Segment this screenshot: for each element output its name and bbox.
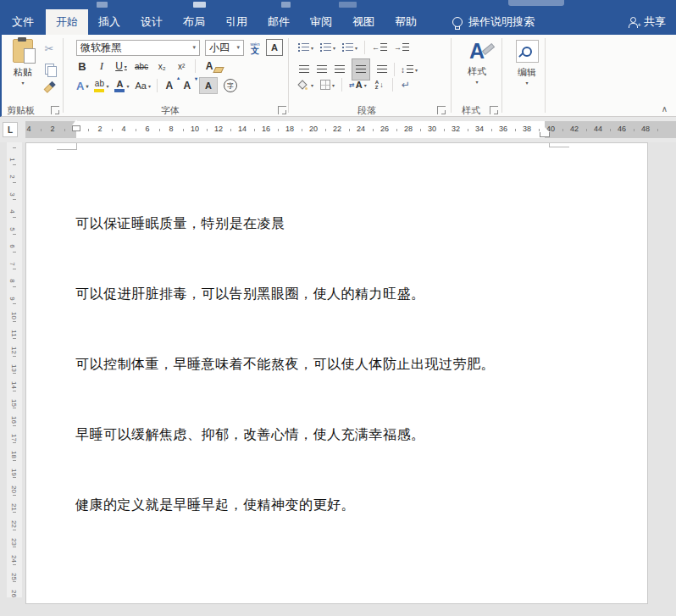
ruler-tick — [13, 338, 16, 339]
shrink-font-button[interactable]: A — [181, 78, 193, 93]
paste-button[interactable]: 粘贴 — [7, 39, 39, 86]
ruler-tick — [586, 129, 587, 131]
hanging-indent-marker[interactable] — [71, 119, 81, 125]
strikethrough-button[interactable]: abc — [135, 58, 148, 74]
italic-button[interactable]: I — [96, 58, 108, 74]
tab-layout[interactable]: 布局 — [173, 9, 215, 35]
character-border-button[interactable]: A — [266, 39, 283, 56]
ruler-tick — [515, 129, 516, 131]
editing-button[interactable]: 编辑 — [510, 40, 544, 86]
small-separator — [394, 63, 395, 76]
font-size-value: 小四 — [209, 41, 230, 55]
ruler-number: 23 — [10, 538, 18, 546]
ruler-tick — [657, 129, 658, 131]
paragraph-line[interactable]: 可以保证睡眠质量，特别是在凌晨 — [75, 215, 285, 233]
font-color-button[interactable]: A — [114, 78, 129, 93]
quick-access-icon[interactable] — [193, 2, 206, 8]
font-name-combo[interactable]: 微软雅黑 — [76, 40, 200, 56]
h-ruler-band[interactable]: 4224681012141618202224262830323436384042… — [25, 121, 676, 138]
clipboard-dialog-launcher[interactable] — [51, 106, 59, 114]
ruler-number: 5 — [8, 227, 16, 230]
paragraph-line[interactable]: 可以促进肝脏排毒，可以告别黑眼圈，使人的精力旺盛。 — [75, 286, 425, 303]
distribute-button[interactable] — [376, 62, 388, 77]
document-page[interactable]: 可以保证睡眠质量，特别是在凌晨 可以促进肝脏排毒，可以告别黑眼圈，使人的精力旺盛… — [25, 142, 648, 604]
copy-button copy-icon[interactable] — [45, 64, 54, 75]
ruler-number: 30 — [426, 125, 438, 133]
tab-insert[interactable]: 插入 — [88, 9, 130, 35]
paragraph-line[interactable]: 早睡可以缓解焦虑、抑郁，改善心情，使人充满幸福感。 — [75, 426, 425, 444]
align-right-button[interactable] — [334, 62, 346, 77]
tab-design[interactable]: 设计 — [130, 9, 173, 35]
show-formatting-marks-button[interactable] — [400, 77, 412, 92]
subscript-button[interactable]: x₂ — [156, 58, 168, 74]
asian-layout-button[interactable]: A — [349, 77, 367, 92]
tab-view[interactable]: 视图 — [342, 9, 385, 35]
chevron-down-icon — [525, 79, 528, 86]
paste-label: 粘贴 — [14, 66, 32, 79]
phonetic-guide-button[interactable]: wén 文 — [249, 40, 261, 55]
phonetic-char-label: 文 — [251, 47, 259, 53]
decrease-indent-button[interactable] — [372, 40, 387, 55]
styles-dialog-launcher[interactable] — [490, 106, 498, 114]
paragraph-row-1 — [298, 40, 409, 55]
ruler-number: 12 — [213, 125, 224, 133]
numbered-list-button[interactable] — [320, 40, 335, 55]
tab-home[interactable]: 开始 — [46, 9, 88, 35]
tab-stop-selector[interactable]: L — [3, 122, 18, 137]
lightbulb-icon — [452, 17, 463, 27]
tell-me-search[interactable]: 操作说明搜索 — [442, 9, 545, 35]
ruler-tick — [13, 425, 16, 426]
tab-help[interactable]: 帮助 — [385, 9, 427, 35]
ruler-tick — [254, 129, 255, 131]
paragraph-line[interactable]: 可以控制体重，早睡意味着不能熬夜，可以使人体防止出现过劳肥。 — [75, 356, 495, 374]
multilevel-list-button[interactable] — [342, 40, 357, 55]
tab-references[interactable]: 引用 — [215, 9, 258, 35]
ruler-tick — [13, 321, 16, 322]
line-spacing-button[interactable] — [401, 62, 418, 77]
styles-button[interactable]: A 样式 — [457, 40, 496, 85]
margin-corner-mark — [57, 149, 77, 150]
ruler-tick — [13, 460, 16, 461]
paragraph-dialog-launcher[interactable] — [437, 106, 446, 114]
collapse-ribbon-button chevron-up-icon[interactable] — [662, 104, 668, 114]
font-color-glyph: A — [116, 80, 123, 88]
share-button[interactable]: + 共享 — [628, 9, 666, 35]
grow-font-button[interactable]: A — [163, 78, 175, 93]
quick-access-undo-icon[interactable] — [281, 2, 291, 8]
indent-markers[interactable] — [71, 119, 81, 131]
superscript-button[interactable]: x² — [175, 58, 187, 74]
shading-button paint-bucket-icon[interactable] — [298, 77, 313, 92]
cut-button scissors-icon[interactable] — [45, 41, 54, 56]
tab-file[interactable]: 文件 — [0, 9, 46, 35]
v-ruler[interactable]: 1234567891011121314151617181920212223242… — [7, 142, 22, 597]
bullet-list-button[interactable] — [298, 40, 313, 55]
change-case-button[interactable]: Aa — [135, 78, 150, 93]
align-center-button[interactable] — [316, 62, 328, 77]
bold-button[interactable]: B — [76, 58, 88, 74]
right-indent-marker[interactable] — [540, 127, 550, 137]
paragraph-line[interactable]: 健康的定义就是早睡早起，使精神变的更好。 — [75, 497, 355, 514]
margin-corner-mark — [549, 147, 569, 147]
clear-formatting-button eraser-icon[interactable]: A — [203, 58, 215, 74]
format-painter-button brush-icon[interactable] — [41, 78, 58, 95]
character-shading-button[interactable]: A — [199, 77, 218, 94]
borders-button[interactable] — [320, 77, 335, 92]
font-size-combo[interactable]: 小四 — [205, 40, 244, 56]
ruler-tick — [112, 129, 113, 131]
quick-access-icon[interactable] — [339, 2, 357, 8]
underline-button[interactable]: U — [115, 58, 127, 74]
font-dialog-launcher[interactable] — [278, 106, 286, 114]
ruler-number: 28 — [402, 125, 414, 133]
align-left-button[interactable] — [298, 62, 310, 77]
quick-access-save-icon[interactable] — [97, 2, 108, 8]
document-area: 1234567891011121314151617181920212223242… — [0, 142, 676, 616]
highlight-color-button[interactable]: ab — [94, 78, 108, 93]
ruler-tick — [13, 530, 16, 530]
text-effects-button[interactable]: A — [76, 78, 88, 93]
increase-indent-button[interactable] — [394, 40, 409, 55]
tab-mailings[interactable]: 邮件 — [258, 9, 300, 35]
sort-button[interactable]: AZ↓ — [374, 77, 385, 92]
tab-review[interactable]: 审阅 — [300, 9, 342, 35]
enclose-characters-button[interactable]: 字 — [224, 79, 237, 92]
left-indent-marker[interactable] — [72, 125, 80, 131]
